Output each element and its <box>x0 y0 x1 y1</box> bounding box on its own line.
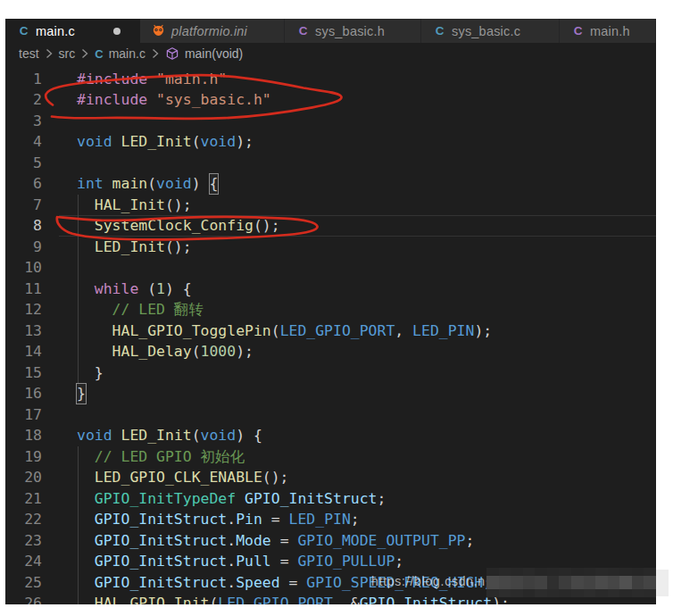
tab-sys_basic.h[interactable]: Csys_basic.h <box>285 19 421 43</box>
line-number-21[interactable]: 21 <box>5 488 42 510</box>
c-file-icon: C <box>17 25 30 37</box>
code-token <box>77 490 95 507</box>
line-number-8[interactable]: 8 <box>5 215 42 237</box>
mosaic-block <box>559 589 571 597</box>
line-number-11[interactable]: 11 <box>5 279 42 300</box>
tab-sys_basic.c[interactable]: Csys_basic.c <box>421 19 560 43</box>
line-number-3[interactable]: 3 <box>5 111 42 132</box>
line-number-20[interactable]: 20 <box>5 467 42 488</box>
mosaic-block <box>499 576 511 589</box>
line-number-25[interactable]: 25 <box>5 572 42 594</box>
mosaic-block <box>571 589 584 597</box>
code-token <box>147 91 156 108</box>
line-number-10[interactable]: 10 <box>5 257 42 279</box>
tab-main.h[interactable]: Cmain.h <box>560 19 656 43</box>
tab-label: main.h <box>590 24 630 38</box>
line-number-9[interactable]: 9 <box>5 237 42 258</box>
code-token: ; <box>378 490 386 507</box>
line-number-19[interactable]: 19 <box>5 446 42 468</box>
tab-main.c[interactable]: Cmain.c <box>5 19 140 43</box>
line-number-15[interactable]: 15 <box>5 362 42 384</box>
line-number-7[interactable]: 7 <box>5 195 42 216</box>
code-line-6[interactable]: int main(void) { <box>77 173 218 195</box>
modified-dot-icon[interactable] <box>113 28 120 35</box>
line-number-18[interactable]: 18 <box>5 425 42 446</box>
line-number-14[interactable]: 14 <box>5 341 42 362</box>
code-token: GPIO_InitStruct <box>245 490 377 507</box>
code-token: SystemClock_Config <box>95 217 253 234</box>
vscode-screenshot: Cmain.cplatformio.iniCsys_basic.hCsys_ba… <box>5 19 656 604</box>
code-line-26[interactable]: HAL_GPIO_Init(LED_GPIO_PORT, &GPIO_InitS… <box>77 593 510 604</box>
line-number-5[interactable]: 5 <box>5 153 42 174</box>
code-line-4[interactable]: void LED_Init(void); <box>77 131 253 153</box>
code-line-1[interactable]: #include "main.h" <box>77 69 227 90</box>
mosaic-block <box>595 576 608 589</box>
line-number-6[interactable]: 6 <box>5 173 42 195</box>
code-line-24[interactable]: GPIO_InitStruct.Pull = GPIO_PULLUP; <box>77 551 403 572</box>
code-line-7[interactable]: HAL_Init(); <box>77 195 192 216</box>
line-number-2[interactable]: 2 <box>5 89 42 111</box>
code-token: = <box>271 532 298 549</box>
code-line-9[interactable]: LED_Init(); <box>77 237 192 258</box>
line-number-12[interactable]: 12 <box>5 299 42 320</box>
code-token: = <box>271 553 298 570</box>
code-line-13[interactable]: HAL_GPIO_TogglePin(LED_GPIO_PORT, LED_PI… <box>77 320 492 342</box>
line-number-24[interactable]: 24 <box>5 551 42 572</box>
code-token: LED_PIN <box>412 322 474 339</box>
code-line-21[interactable]: GPIO_InitTypeDef GPIO_InitStruct; <box>77 488 386 510</box>
breadcrumb-item-src[interactable]: src <box>59 46 76 61</box>
code-token: LED_GPIO_PORT <box>218 595 333 604</box>
line-number-13[interactable]: 13 <box>5 320 42 342</box>
mosaic-block <box>608 589 620 597</box>
mosaic-block <box>535 589 547 597</box>
code-line-23[interactable]: GPIO_InitStruct.Mode = GPIO_MODE_OUTPUT_… <box>77 530 474 552</box>
code-line-11[interactable]: while (1) { <box>77 279 192 300</box>
breadcrumb-item-main(void)[interactable]: main(void) <box>165 46 243 61</box>
mosaic-block <box>486 576 499 589</box>
platformio-icon <box>152 24 165 37</box>
code-token: HAL_Init <box>95 196 165 213</box>
code-line-2[interactable]: #include "sys_basic.h" <box>77 89 271 111</box>
line-number-1[interactable]: 1 <box>5 69 42 90</box>
line-number-23[interactable]: 23 <box>5 530 42 552</box>
code-token <box>77 343 112 360</box>
breadcrumb-label: src <box>59 46 76 61</box>
breadcrumb-item-test[interactable]: test <box>19 46 39 61</box>
tab-platformio.ini[interactable]: platformio.ini <box>140 19 285 43</box>
mosaic-block <box>511 589 523 597</box>
code-token: ); <box>474 322 492 339</box>
line-number-22[interactable]: 22 <box>5 509 42 530</box>
code-token <box>112 133 121 150</box>
code-line-19[interactable]: // LED GPIO 初始化 <box>77 446 245 468</box>
mosaic-block <box>523 576 536 589</box>
code-token: void <box>201 133 237 150</box>
code-line-15[interactable]: } <box>77 362 104 384</box>
page: { "colors": { "page_bg": "#ffffff", "edi… <box>0 0 673 616</box>
mosaic-block <box>656 570 669 596</box>
code-token: void <box>77 133 112 150</box>
code-line-22[interactable]: GPIO_InitStruct.Pin = LED_PIN; <box>77 509 360 530</box>
code-token <box>104 175 112 192</box>
code-token: , & <box>333 595 360 604</box>
line-number-17[interactable]: 17 <box>5 404 42 426</box>
code-line-8[interactable]: SystemClock_Config(); <box>77 215 280 237</box>
code-line-12[interactable]: // LED 翻转 <box>77 299 204 320</box>
line-number-26[interactable]: 26 <box>5 593 42 604</box>
line-number-4[interactable]: 4 <box>5 131 42 153</box>
chevron-right-icon <box>150 47 161 60</box>
code-editor[interactable]: 1#include "main.h"2#include "sys_basic.h… <box>5 64 656 604</box>
line-number-16[interactable]: 16 <box>5 383 42 404</box>
breadcrumb-item-main.c[interactable]: Cmain.c <box>95 46 145 61</box>
code-line-14[interactable]: HAL_Delay(1000); <box>77 341 253 362</box>
code-token: ); <box>236 343 253 360</box>
code-token: LED_PIN <box>289 511 351 528</box>
breadcrumb: testsrcCmain.cmain(void) <box>5 43 656 64</box>
code-token: (); <box>165 196 192 213</box>
code-token: // LED 翻转 <box>112 301 204 318</box>
code-line-18[interactable]: void LED_Init(void) { <box>77 425 262 446</box>
code-token: GPIO_PULLUP <box>297 553 395 570</box>
mosaic-block <box>559 576 571 589</box>
mosaic-block <box>523 568 536 576</box>
code-line-20[interactable]: LED_GPIO_CLK_ENABLE(); <box>77 467 289 488</box>
code-token: int <box>77 175 104 192</box>
